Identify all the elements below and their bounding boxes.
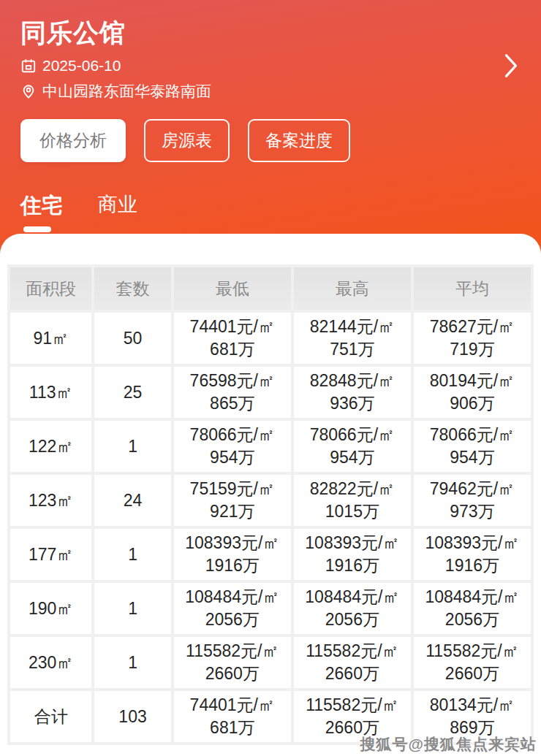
price-table-body: 91㎡5074401元/㎡681万82144元/㎡751万78627元/㎡719… (10, 313, 531, 742)
col-header-area: 面积段 (10, 267, 91, 310)
col-header-count: 套数 (94, 267, 170, 310)
tab-residential[interactable]: 住宅 (20, 191, 63, 232)
avg-price-cell: 115582元/㎡2660万 (414, 637, 531, 688)
col-header-max: 最高 (294, 267, 411, 310)
avg-price-cell: 78627元/㎡719万 (414, 313, 531, 364)
calendar-icon (20, 58, 37, 74)
avg-price-cell: 79462元/㎡973万 (414, 475, 531, 526)
area-cell: 113㎡ (10, 367, 91, 418)
date-row: 2025-06-10 (20, 57, 521, 75)
tab-commercial[interactable]: 商业 (98, 191, 137, 232)
max-price-cell: 78066元/㎡954万 (294, 421, 411, 472)
min-price-cell: 108484元/㎡2056万 (174, 583, 291, 634)
max-price-cell: 115582元/㎡2660万 (294, 691, 411, 742)
count-cell: 25 (94, 367, 170, 418)
min-price-cell: 74401元/㎡681万 (174, 313, 291, 364)
min-price-cell: 108393元/㎡1916万 (174, 529, 291, 580)
location-text: 中山园路东面华泰路南面 (42, 81, 211, 102)
date-text: 2025-06-10 (42, 57, 121, 75)
table-row: 230㎡1115582元/㎡2660万115582元/㎡2660万115582元… (10, 637, 531, 688)
area-cell: 230㎡ (10, 637, 91, 688)
table-row: 合计10374401元/㎡681万115582元/㎡2660万80134元/㎡8… (10, 691, 531, 742)
page-title: 同乐公馆 (20, 16, 521, 50)
area-cell: 177㎡ (10, 529, 91, 580)
count-cell: 103 (94, 691, 170, 742)
min-price-cell: 78066元/㎡954万 (174, 421, 291, 472)
chevron-right-icon[interactable] (499, 51, 523, 80)
category-tabs: 住宅 商业 (20, 191, 521, 232)
count-cell: 1 (94, 529, 170, 580)
header: 同乐公馆 2025-06-10 中山园路东面华泰路南面 (0, 0, 541, 267)
price-table-header: 面积段 套数 最低 最高 平均 (10, 267, 531, 310)
area-cell: 91㎡ (10, 313, 91, 364)
area-cell: 123㎡ (10, 475, 91, 526)
avg-price-cell: 78066元/㎡954万 (414, 421, 531, 472)
max-price-cell: 82822元/㎡1015万 (294, 475, 411, 526)
count-cell: 24 (94, 475, 170, 526)
table-row: 91㎡5074401元/㎡681万82144元/㎡751万78627元/㎡719… (10, 313, 531, 364)
avg-price-cell: 80134元/㎡869万 (414, 691, 531, 742)
max-price-cell: 82848元/㎡936万 (294, 367, 411, 418)
max-price-cell: 108484元/㎡2056万 (294, 583, 411, 634)
table-row: 177㎡1108393元/㎡1916万108393元/㎡1916万108393元… (10, 529, 531, 580)
table-row: 190㎡1108484元/㎡2056万108484元/㎡2056万108484元… (10, 583, 531, 634)
max-price-cell: 82144元/㎡751万 (294, 313, 411, 364)
min-price-cell: 76598元/㎡865万 (174, 367, 291, 418)
count-cell: 1 (94, 637, 170, 688)
table-row: 113㎡2576598元/㎡865万82848元/㎡936万80194元/㎡90… (10, 367, 531, 418)
max-price-cell: 108393元/㎡1916万 (294, 529, 411, 580)
table-row: 123㎡2475159元/㎡921万82822元/㎡1015万79462元/㎡9… (10, 475, 531, 526)
min-price-cell: 75159元/㎡921万 (174, 475, 291, 526)
avg-price-cell: 108393元/㎡1916万 (414, 529, 531, 580)
max-price-cell: 115582元/㎡2660万 (294, 637, 411, 688)
area-cell: 122㎡ (10, 421, 91, 472)
min-price-cell: 74401元/㎡681万 (174, 691, 291, 742)
count-cell: 1 (94, 421, 170, 472)
col-header-min: 最低 (174, 267, 291, 310)
avg-price-cell: 108484元/㎡2056万 (414, 583, 531, 634)
active-tab-underline (23, 226, 51, 232)
count-cell: 1 (94, 583, 170, 634)
content-card: 面积段 套数 最低 最高 平均 91㎡5074401元/㎡681万82144元/… (0, 234, 541, 756)
price-analysis-button[interactable]: 价格分析 (20, 119, 126, 162)
filing-progress-button[interactable]: 备案进度 (248, 119, 350, 162)
housing-list-button[interactable]: 房源表 (144, 119, 230, 162)
action-buttons: 价格分析 房源表 备案进度 (20, 119, 521, 162)
avg-price-cell: 80194元/㎡906万 (414, 367, 531, 418)
min-price-cell: 115582元/㎡2660万 (174, 637, 291, 688)
col-header-avg: 平均 (414, 267, 531, 310)
location-pin-icon (20, 83, 37, 99)
area-cell: 190㎡ (10, 583, 91, 634)
count-cell: 50 (94, 313, 170, 364)
table-row: 122㎡178066元/㎡954万78066元/㎡954万78066元/㎡954… (10, 421, 531, 472)
location-row: 中山园路东面华泰路南面 (20, 81, 521, 102)
area-cell: 合计 (10, 691, 91, 742)
price-table: 面积段 套数 最低 最高 平均 91㎡5074401元/㎡681万82144元/… (7, 264, 534, 745)
